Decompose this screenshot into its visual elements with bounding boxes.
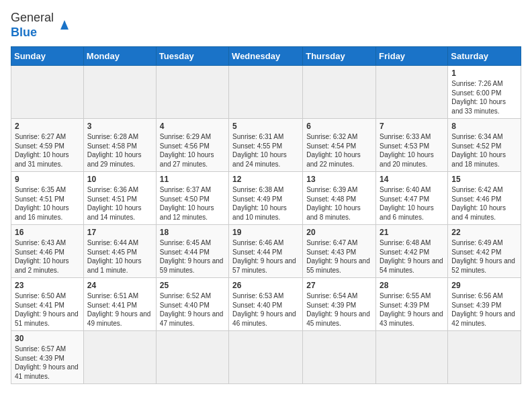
- day-sun-info: Sunrise: 6:33 AM Sunset: 4:53 PM Dayligh…: [380, 132, 444, 169]
- day-sun-info: Sunrise: 6:35 AM Sunset: 4:51 PM Dayligh…: [15, 185, 80, 222]
- day-number: 23: [15, 281, 80, 290]
- day-number: 15: [451, 175, 517, 184]
- calendar-day-cell: 20Sunrise: 6:47 AM Sunset: 4:43 PM Dayli…: [303, 225, 376, 278]
- day-number: 13: [306, 175, 372, 184]
- calendar-day-cell: [11, 66, 84, 119]
- calendar-day-cell: [303, 331, 376, 384]
- day-sun-info: Sunrise: 6:57 AM Sunset: 4:39 PM Dayligh…: [15, 345, 80, 381]
- day-number: 1: [451, 68, 517, 78]
- day-sun-info: Sunrise: 6:28 AM Sunset: 4:58 PM Dayligh…: [87, 132, 152, 169]
- calendar-day-cell: 15Sunrise: 6:42 AM Sunset: 4:46 PM Dayli…: [448, 172, 521, 225]
- day-number: 9: [15, 175, 80, 184]
- day-sun-info: Sunrise: 6:48 AM Sunset: 4:42 PM Dayligh…: [380, 238, 444, 275]
- day-number: 5: [232, 122, 299, 131]
- calendar-day-cell: 12Sunrise: 6:38 AM Sunset: 4:49 PM Dayli…: [229, 172, 303, 225]
- day-number: 17: [87, 228, 152, 237]
- day-number: 7: [380, 122, 444, 131]
- day-sun-info: Sunrise: 6:36 AM Sunset: 4:51 PM Dayligh…: [87, 185, 152, 222]
- calendar-day-cell: 23Sunrise: 6:50 AM Sunset: 4:41 PM Dayli…: [11, 278, 84, 331]
- day-number: 4: [160, 122, 225, 131]
- day-sun-info: Sunrise: 6:51 AM Sunset: 4:41 PM Dayligh…: [87, 291, 152, 328]
- calendar-week-row: 23Sunrise: 6:50 AM Sunset: 4:41 PM Dayli…: [11, 278, 521, 331]
- day-number: 19: [232, 228, 299, 237]
- day-number: 16: [15, 228, 80, 237]
- day-number: 18: [160, 228, 225, 237]
- calendar-day-cell: 4Sunrise: 6:29 AM Sunset: 4:56 PM Daylig…: [156, 119, 228, 172]
- day-sun-info: Sunrise: 6:29 AM Sunset: 4:56 PM Dayligh…: [160, 132, 225, 169]
- day-number: 12: [232, 175, 299, 184]
- calendar-day-cell: [156, 331, 228, 384]
- weekday-header-thursday: Thursday: [303, 47, 376, 66]
- calendar-day-cell: [156, 66, 228, 119]
- day-sun-info: Sunrise: 6:56 AM Sunset: 4:39 PM Dayligh…: [451, 291, 517, 328]
- calendar-day-cell: [83, 331, 156, 384]
- day-number: 14: [380, 175, 444, 184]
- weekday-header-tuesday: Tuesday: [156, 47, 228, 66]
- calendar-day-cell: 10Sunrise: 6:36 AM Sunset: 4:51 PM Dayli…: [83, 172, 156, 225]
- page-header: General Blue: [11, 11, 521, 40]
- calendar-day-cell: 3Sunrise: 6:28 AM Sunset: 4:58 PM Daylig…: [83, 119, 156, 172]
- calendar-week-row: 16Sunrise: 6:43 AM Sunset: 4:46 PM Dayli…: [11, 225, 521, 278]
- calendar-day-cell: 8Sunrise: 6:34 AM Sunset: 4:52 PM Daylig…: [448, 119, 521, 172]
- day-number: 11: [160, 175, 225, 184]
- day-sun-info: Sunrise: 6:31 AM Sunset: 4:55 PM Dayligh…: [232, 132, 299, 169]
- calendar-day-cell: 24Sunrise: 6:51 AM Sunset: 4:41 PM Dayli…: [83, 278, 156, 331]
- calendar-day-cell: 25Sunrise: 6:52 AM Sunset: 4:40 PM Dayli…: [156, 278, 228, 331]
- day-number: 10: [87, 175, 152, 184]
- day-number: 25: [160, 281, 225, 290]
- calendar-day-cell: 16Sunrise: 6:43 AM Sunset: 4:46 PM Dayli…: [11, 225, 84, 278]
- day-sun-info: Sunrise: 6:50 AM Sunset: 4:41 PM Dayligh…: [15, 291, 80, 328]
- calendar-day-cell: [448, 331, 521, 384]
- weekday-header-saturday: Saturday: [448, 47, 521, 66]
- weekday-header-row: SundayMondayTuesdayWednesdayThursdayFrid…: [11, 47, 521, 66]
- day-number: 3: [87, 122, 152, 131]
- day-sun-info: Sunrise: 6:49 AM Sunset: 4:42 PM Dayligh…: [451, 238, 517, 275]
- logo-text: General Blue: [11, 11, 54, 40]
- day-sun-info: Sunrise: 6:52 AM Sunset: 4:40 PM Dayligh…: [160, 291, 225, 328]
- day-sun-info: Sunrise: 6:42 AM Sunset: 4:46 PM Dayligh…: [451, 185, 517, 222]
- calendar-day-cell: [83, 66, 156, 119]
- calendar-day-cell: 11Sunrise: 6:37 AM Sunset: 4:50 PM Dayli…: [156, 172, 228, 225]
- day-sun-info: Sunrise: 6:45 AM Sunset: 4:44 PM Dayligh…: [160, 238, 225, 275]
- day-sun-info: Sunrise: 6:44 AM Sunset: 4:45 PM Dayligh…: [87, 238, 152, 275]
- day-sun-info: Sunrise: 6:27 AM Sunset: 4:59 PM Dayligh…: [15, 132, 80, 169]
- day-sun-info: Sunrise: 6:38 AM Sunset: 4:49 PM Dayligh…: [232, 185, 299, 222]
- day-number: 21: [380, 228, 444, 237]
- day-sun-info: Sunrise: 6:40 AM Sunset: 4:47 PM Dayligh…: [380, 185, 444, 222]
- day-number: 29: [451, 281, 517, 290]
- calendar-day-cell: 13Sunrise: 6:39 AM Sunset: 4:48 PM Dayli…: [303, 172, 376, 225]
- calendar-day-cell: 19Sunrise: 6:46 AM Sunset: 4:44 PM Dayli…: [229, 225, 303, 278]
- svg-marker-0: [60, 20, 69, 30]
- day-number: 8: [451, 122, 517, 131]
- weekday-header-monday: Monday: [83, 47, 156, 66]
- day-sun-info: Sunrise: 6:46 AM Sunset: 4:44 PM Dayligh…: [232, 238, 299, 275]
- day-number: 26: [232, 281, 299, 290]
- day-sun-info: Sunrise: 6:53 AM Sunset: 4:40 PM Dayligh…: [232, 291, 299, 328]
- calendar-day-cell: 21Sunrise: 6:48 AM Sunset: 4:42 PM Dayli…: [376, 225, 448, 278]
- calendar-day-cell: 28Sunrise: 6:55 AM Sunset: 4:39 PM Dayli…: [376, 278, 448, 331]
- calendar-table: SundayMondayTuesdayWednesdayThursdayFrid…: [11, 46, 521, 384]
- calendar-day-cell: 5Sunrise: 6:31 AM Sunset: 4:55 PM Daylig…: [229, 119, 303, 172]
- calendar-day-cell: 27Sunrise: 6:54 AM Sunset: 4:39 PM Dayli…: [303, 278, 376, 331]
- calendar-week-row: 30Sunrise: 6:57 AM Sunset: 4:39 PM Dayli…: [11, 331, 521, 384]
- weekday-header-wednesday: Wednesday: [229, 47, 303, 66]
- calendar-day-cell: 17Sunrise: 6:44 AM Sunset: 4:45 PM Dayli…: [83, 225, 156, 278]
- calendar-day-cell: 6Sunrise: 6:32 AM Sunset: 4:54 PM Daylig…: [303, 119, 376, 172]
- day-number: 24: [87, 281, 152, 290]
- day-sun-info: Sunrise: 6:34 AM Sunset: 4:52 PM Dayligh…: [451, 132, 517, 169]
- logo-triangle-icon: [58, 17, 71, 31]
- day-number: 28: [380, 281, 444, 290]
- calendar-week-row: 1Sunrise: 7:26 AM Sunset: 6:00 PM Daylig…: [11, 66, 521, 119]
- day-sun-info: Sunrise: 6:32 AM Sunset: 4:54 PM Dayligh…: [306, 132, 372, 169]
- calendar-day-cell: 29Sunrise: 6:56 AM Sunset: 4:39 PM Dayli…: [448, 278, 521, 331]
- calendar-day-cell: 9Sunrise: 6:35 AM Sunset: 4:51 PM Daylig…: [11, 172, 84, 225]
- weekday-header-friday: Friday: [376, 47, 448, 66]
- day-number: 6: [306, 122, 372, 131]
- calendar-day-cell: [376, 331, 448, 384]
- calendar-day-cell: [229, 331, 303, 384]
- calendar-day-cell: 1Sunrise: 7:26 AM Sunset: 6:00 PM Daylig…: [448, 66, 521, 119]
- calendar-day-cell: [376, 66, 448, 119]
- calendar-day-cell: 7Sunrise: 6:33 AM Sunset: 4:53 PM Daylig…: [376, 119, 448, 172]
- weekday-header-sunday: Sunday: [11, 47, 84, 66]
- calendar-day-cell: 14Sunrise: 6:40 AM Sunset: 4:47 PM Dayli…: [376, 172, 448, 225]
